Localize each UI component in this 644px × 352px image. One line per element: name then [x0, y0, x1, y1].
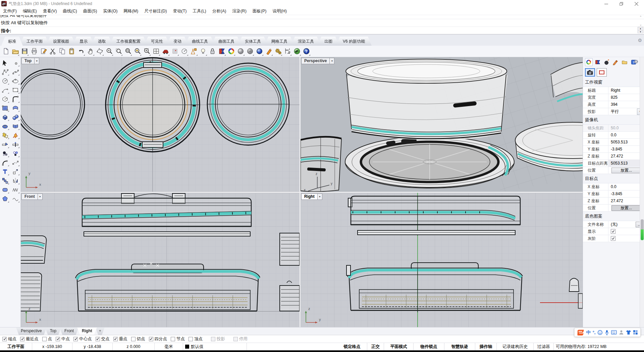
surface-sweep-icon[interactable] [11, 104, 20, 112]
render-bomb-icon[interactable] [603, 58, 610, 66]
command-prompt[interactable]: 指令: [0, 27, 644, 35]
dot-circles-icon[interactable] [11, 149, 20, 157]
viewport-right-canvas[interactable]: z y [301, 193, 583, 327]
toolbar-tab-viewport-layout[interactable]: 工作视窗配置 [110, 37, 147, 46]
prop-value-tgt-z[interactable]: 27.472 [608, 197, 644, 204]
prop-value-cam-z[interactable]: 27.472 [608, 153, 644, 160]
toolbar-tab-mesh-tools[interactable]: 网格工具 [265, 37, 294, 46]
zoom-window-icon[interactable] [123, 47, 132, 56]
set-view-cone-icon[interactable] [189, 47, 198, 56]
rectangle-icon[interactable] [11, 86, 20, 94]
toolbar-tab-solid-tools[interactable]: 实体工具 [238, 37, 268, 46]
blend-drops-icon[interactable] [1, 149, 9, 157]
undo-icon[interactable] [76, 47, 85, 56]
sphere-blue-icon[interactable] [255, 47, 264, 56]
toolbox-grid-icon[interactable] [633, 330, 638, 335]
prop-value-tgt-y[interactable]: -3.845 [608, 190, 644, 197]
cplane-button[interactable]: 工作平面 [0, 343, 32, 350]
toggle-grid-snap[interactable]: 锁定格点 [337, 343, 367, 350]
rotate-view-icon[interactable] [95, 47, 104, 56]
prop-value-height[interactable]: 394 [608, 101, 644, 108]
print-icon[interactable] [30, 47, 38, 56]
osnap-point[interactable]: 点 [42, 336, 52, 342]
menu-transform[interactable]: 变动(T) [170, 7, 190, 15]
sphere-gray-icon[interactable] [236, 47, 245, 56]
arc-icon[interactable] [1, 86, 9, 94]
menu-render[interactable]: 渲染(R) [229, 7, 249, 15]
wallpaper-props-button[interactable] [597, 68, 607, 77]
scrollbar-thumb-green[interactable] [641, 229, 644, 240]
menu-edit[interactable]: 编辑(E) [20, 7, 40, 15]
control-curve-icon[interactable] [11, 68, 20, 76]
command-spinner[interactable]: ▲▼ [638, 27, 643, 33]
mirror-icon[interactable] [11, 177, 20, 184]
ime-punctuation[interactable]: °, [593, 330, 596, 335]
user-icon[interactable] [619, 330, 624, 335]
viewport-top-canvas[interactable]: y x [21, 57, 300, 192]
toolbar-tab-transform[interactable]: 变动 [167, 37, 188, 46]
ellipse-icon[interactable] [11, 77, 20, 85]
viewport-front[interactable]: z x Front▼ [21, 193, 300, 327]
osnap-quadrant[interactable]: 四分点 [149, 336, 167, 342]
polygon-icon[interactable] [1, 95, 9, 103]
light-bulb-icon[interactable] [199, 47, 207, 56]
display-mode-icon[interactable] [594, 58, 602, 66]
material-brush-icon[interactable] [612, 58, 620, 66]
help-icon[interactable]: ? [302, 47, 311, 56]
boolean-icon[interactable] [1, 131, 9, 139]
viewport-top[interactable]: y x Top▼ [21, 57, 300, 192]
osnap-center[interactable]: 中心点 [73, 336, 92, 342]
viewport-tab-add[interactable]: + [96, 327, 105, 335]
toolbar-tab-visibility[interactable]: 可见性 [144, 37, 170, 46]
save-icon[interactable] [20, 47, 29, 56]
toolbar-tab-display[interactable]: 显示 [73, 37, 94, 46]
zoom-extents-icon[interactable] [142, 47, 151, 56]
menu-panels[interactable]: 面板(P) [250, 7, 270, 15]
circle-icon[interactable] [1, 77, 9, 85]
toolbar-tab-v6-new[interactable]: V6 的新功能 [336, 37, 372, 46]
point-icon[interactable] [11, 59, 20, 67]
polyline-icon[interactable] [1, 68, 9, 76]
prop-value-filename[interactable]: (无)... [608, 221, 644, 228]
layer-indicator[interactable]: 默认值 [183, 343, 247, 350]
toggle-smarttrack[interactable]: 智慧轨迹 [444, 343, 475, 350]
toolbar-tab-render-tools[interactable]: 渲染工具 [291, 37, 321, 46]
gem-icon[interactable] [1, 195, 9, 203]
pan-hand-icon[interactable] [86, 47, 95, 56]
fillet-curve-icon[interactable] [1, 159, 9, 166]
menu-surface[interactable]: 曲面(S) [80, 7, 100, 15]
camera-place-button[interactable]: 放置... [611, 168, 641, 173]
viewport-perspective[interactable]: z y x Perspective▼ [301, 57, 583, 192]
close-button[interactable] [629, 0, 644, 7]
text-icon[interactable] [1, 168, 9, 175]
viewport-right[interactable]: z y Right▼ [301, 193, 583, 327]
corner-curve-icon[interactable] [11, 95, 20, 103]
new-file-icon[interactable] [1, 47, 10, 56]
keyboard-icon[interactable] [611, 330, 617, 335]
toggle-history[interactable]: 记录建构历史 [497, 343, 534, 350]
minimize-button[interactable] [599, 0, 614, 7]
toggle-planar[interactable]: 平面模式 [384, 343, 414, 350]
menu-dimension[interactable]: 尺寸标注(D) [141, 7, 170, 15]
color-wheel-icon[interactable] [227, 47, 235, 56]
display-mode-icon[interactable] [217, 47, 226, 56]
viewport-front-canvas[interactable]: z x [21, 193, 300, 327]
menu-solid[interactable]: 实体(O) [100, 7, 120, 15]
panel-scrollbar[interactable] [640, 57, 644, 327]
prop-value-cam-x[interactable]: 5053.513 [608, 139, 644, 145]
restore-button[interactable] [614, 0, 629, 7]
gear-options-icon[interactable] [274, 47, 282, 56]
prop-value-projection[interactable]: 平行▼ [608, 108, 644, 115]
osnap-intersection[interactable]: 交点 [96, 336, 110, 342]
viewport-top-label[interactable]: Top▼ [21, 58, 39, 64]
osnap-vertex[interactable]: 顶点 [189, 336, 203, 342]
gear-icon[interactable] [634, 59, 639, 65]
osnap-tangent[interactable]: 切点 [131, 336, 145, 342]
folder-icon[interactable] [621, 58, 629, 66]
split-icon[interactable] [11, 140, 20, 148]
spring-curve-icon[interactable] [11, 186, 20, 193]
toolbar-tab-cplane[interactable]: 工作平面 [20, 37, 49, 46]
toolbar-gear-icon[interactable]: ⚙ [638, 38, 642, 43]
pointer-icon[interactable] [1, 59, 9, 67]
cut-scissors-icon[interactable] [48, 47, 57, 56]
